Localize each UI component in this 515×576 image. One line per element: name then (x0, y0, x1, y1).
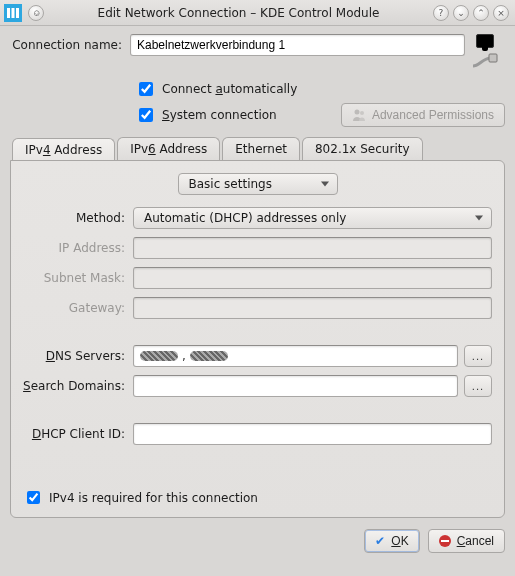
close-icon[interactable]: × (493, 5, 509, 21)
ip-address-input (133, 237, 492, 259)
ok-check-icon: ✔ (375, 534, 385, 548)
connection-name-input[interactable] (130, 34, 465, 56)
system-connection-checkbox[interactable]: System connection (135, 105, 277, 125)
svg-rect-1 (7, 8, 10, 18)
svg-rect-3 (16, 8, 19, 18)
advanced-permissions-button: Advanced Permissions (341, 103, 505, 127)
ethernet-port-icon (476, 34, 494, 48)
gateway-input (133, 297, 492, 319)
subnet-mask-label: Subnet Mask: (23, 271, 133, 285)
connect-automatically-label: Connect automatically (162, 82, 297, 96)
advanced-permissions-label: Advanced Permissions (372, 108, 494, 122)
dns-servers-input[interactable]: , (133, 345, 458, 367)
settings-mode-value: Basic settings (189, 177, 272, 191)
svg-point-5 (354, 110, 359, 115)
dhcp-client-id-input[interactable] (133, 423, 492, 445)
ipv4-required-label: IPv4 is required for this connection (49, 491, 258, 505)
ok-label: OK (391, 534, 408, 548)
connect-automatically-checkbox[interactable]: Connect automatically (135, 79, 505, 99)
search-domains-input[interactable] (133, 375, 458, 397)
dhcp-client-id-label: DHCP Client ID: (23, 427, 133, 441)
svg-point-6 (360, 111, 364, 115)
settings-mode-select[interactable]: Basic settings (178, 173, 338, 195)
dialog-buttons: ✔ OK Cancel (0, 518, 515, 563)
method-value: Automatic (DHCP) addresses only (144, 211, 346, 225)
ok-button[interactable]: ✔ OK (364, 529, 419, 553)
tab-ipv4[interactable]: IPv4 Address (12, 138, 115, 161)
maximize-icon[interactable]: ⌃ (473, 5, 489, 21)
subnet-mask-input (133, 267, 492, 289)
minimize-icon[interactable]: ⌄ (453, 5, 469, 21)
cancel-button[interactable]: Cancel (428, 529, 505, 553)
window-title: Edit Network Connection – KDE Control Mo… (46, 6, 431, 20)
ipv4-panel: Basic settings Method: Automatic (DHCP) … (10, 160, 505, 518)
connect-automatically-input[interactable] (139, 82, 153, 96)
gateway-label: Gateway: (23, 301, 133, 315)
cancel-icon (439, 535, 451, 547)
ip-address-label: IP Address: (23, 241, 133, 255)
search-domains-more-button[interactable]: ... (464, 375, 492, 397)
ethernet-cable-icon (471, 52, 499, 73)
tab-ethernet[interactable]: Ethernet (222, 137, 300, 160)
app-icon (4, 4, 22, 22)
svg-rect-4 (489, 54, 497, 62)
pin-icon[interactable]: ⎉ (28, 5, 44, 21)
search-domains-label: Search Domains: (23, 379, 133, 393)
connection-name-label: Connection name: (10, 34, 130, 52)
help-icon[interactable]: ? (433, 5, 449, 21)
dns-servers-label: DNS Servers: (23, 349, 133, 363)
svg-rect-2 (12, 8, 15, 18)
titlebar: ⎉ Edit Network Connection – KDE Control … (0, 0, 515, 26)
tabs: IPv4 Address IPv6 Address Ethernet 802.1… (10, 137, 505, 160)
system-connection-input[interactable] (139, 108, 153, 122)
dns-servers-more-button[interactable]: ... (464, 345, 492, 367)
ipv4-required-checkbox[interactable] (27, 491, 40, 504)
system-connection-label: System connection (162, 108, 277, 122)
cancel-label: Cancel (457, 534, 494, 548)
method-select[interactable]: Automatic (DHCP) addresses only (133, 207, 492, 229)
method-label: Method: (23, 211, 133, 225)
tab-8021x[interactable]: 802.1x Security (302, 137, 423, 160)
users-icon (352, 108, 366, 122)
tab-ipv6[interactable]: IPv6 Address (117, 137, 220, 160)
